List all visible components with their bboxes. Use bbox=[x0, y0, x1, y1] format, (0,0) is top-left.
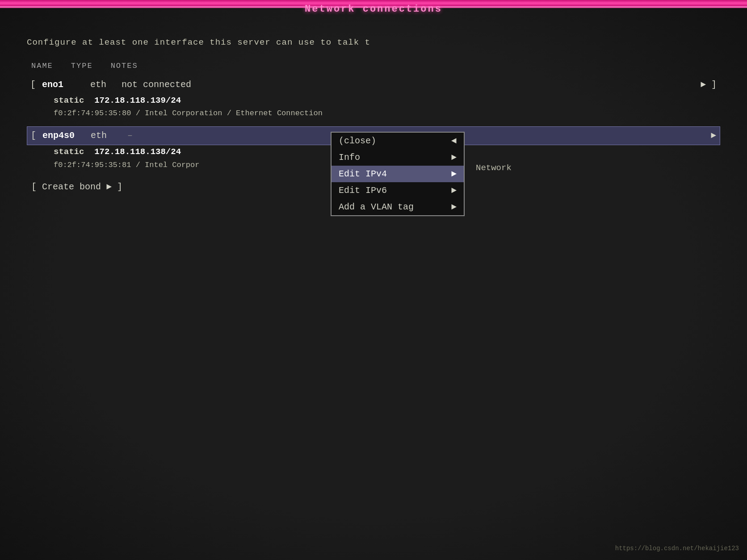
column-headers: NAME TYPE NOTES bbox=[27, 60, 720, 72]
enp4s0-ip: 172.18.118.138/24 bbox=[94, 147, 181, 157]
menu-item-info[interactable]: Info ► bbox=[332, 149, 464, 166]
page-title: Network connections bbox=[305, 4, 442, 15]
terminal-window: Network connections Configure at least o… bbox=[0, 0, 747, 560]
menu-label-vlan: Add a VLAN tag bbox=[339, 202, 414, 212]
menu-label-close: (close) bbox=[339, 136, 376, 146]
vlan-arrow-icon: ► bbox=[451, 202, 457, 212]
iface-arrow-enp4s0: ► bbox=[711, 129, 716, 143]
menu-label-edit-ipv4: Edit IPv4 bbox=[339, 169, 387, 179]
iface-notes-eno1: not connected bbox=[122, 78, 697, 92]
menu-item-vlan[interactable]: Add a VLAN tag ► bbox=[332, 199, 464, 215]
bracket-open-2: [ bbox=[31, 129, 36, 143]
eno1-mac-row: f0:2f:74:95:35:80 / Intel Corporation / … bbox=[27, 107, 720, 119]
iface-name-eno1: eno1 bbox=[37, 78, 86, 92]
iface-type-enp4s0: eth bbox=[91, 129, 118, 143]
context-menu: (close) ◄ Info ► Edit IPv4 ► Edit IPv6 ►… bbox=[331, 132, 465, 216]
menu-label-info: Info bbox=[339, 152, 360, 163]
close-arrow-icon: ◄ bbox=[451, 136, 457, 146]
watermark: https://blog.csdn.net/hekaijie123 bbox=[615, 545, 739, 552]
iface-arrow-eno1: ► ] bbox=[701, 78, 717, 92]
info-arrow-icon: ► bbox=[451, 152, 457, 163]
bracket-open-1: [ bbox=[30, 78, 36, 92]
edit-ipv4-arrow-icon: ► bbox=[451, 169, 457, 179]
menu-label-edit-ipv6: Edit IPv6 bbox=[339, 185, 387, 196]
eno1-static-row: static 172.18.118.139/24 bbox=[27, 94, 720, 107]
interface-eno1-block: [ eno1 eth not connected ► ] static 172.… bbox=[27, 76, 720, 120]
content-area: Configure at least one interface this se… bbox=[0, 22, 747, 560]
iface-type-eno1: eth bbox=[90, 78, 117, 92]
edit-ipv6-arrow-icon: ► bbox=[451, 185, 457, 196]
col-type: TYPE bbox=[71, 60, 93, 72]
col-notes: NOTES bbox=[111, 60, 138, 72]
network-partial-text: Network bbox=[476, 163, 512, 173]
col-name: NAME bbox=[31, 60, 53, 72]
menu-item-close[interactable]: (close) ◄ bbox=[332, 133, 464, 149]
eno1-ip: 172.18.118.139/24 bbox=[94, 96, 181, 105]
iface-name-enp4s0: enp4s0 bbox=[37, 129, 86, 143]
subtitle: Configure at least one interface this se… bbox=[27, 36, 720, 49]
menu-item-edit-ipv6[interactable]: Edit IPv6 ► bbox=[332, 182, 464, 199]
menu-item-edit-ipv4[interactable]: Edit IPv4 ► bbox=[332, 166, 464, 182]
title-bar: Network connections bbox=[0, 1, 747, 17]
interface-eno1-row[interactable]: [ eno1 eth not connected ► ] bbox=[27, 76, 720, 94]
